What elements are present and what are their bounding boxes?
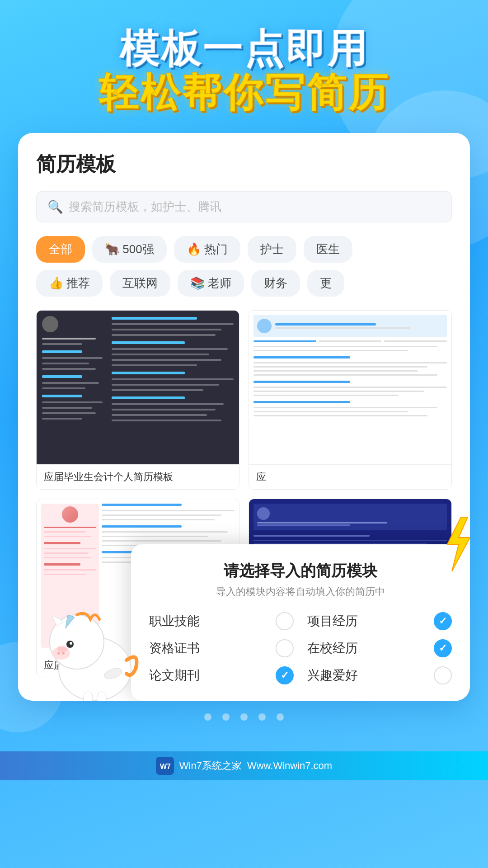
watermark-url: Www.Winwin7.com	[247, 760, 332, 772]
search-placeholder-text: 搜索简历模板，如护士、腾讯	[69, 199, 221, 215]
filter-tags-row2: 👍 推荐 互联网 📚 老师 财务 更	[36, 270, 452, 297]
module-label-hobby: 兴趣爱好	[307, 667, 358, 684]
module-checkbox-skills[interactable]	[276, 612, 294, 630]
template-name-1: 应届毕业生会计个人简历模板	[37, 464, 239, 489]
dot-2	[222, 713, 230, 721]
search-icon: 🔍	[47, 199, 63, 214]
lightning-icon	[438, 517, 470, 571]
module-label-school: 在校经历	[307, 640, 358, 657]
filter-tag-hot[interactable]: 🔥 热门	[174, 236, 240, 263]
module-checkbox-paper[interactable]	[276, 666, 294, 684]
card-title: 简历模板	[36, 151, 452, 178]
filter-tag-all[interactable]: 全部	[36, 236, 85, 263]
svg-text:W7: W7	[160, 763, 171, 770]
filter-tag-teacher[interactable]: 📚 老师	[178, 270, 244, 297]
svg-point-9	[62, 652, 65, 655]
dot-3	[240, 713, 248, 721]
svg-rect-12	[84, 692, 93, 701]
module-row-school: 在校经历	[307, 639, 452, 657]
filter-tag-internet[interactable]: 互联网	[110, 270, 170, 297]
module-select-dialog: 请选择导入的简历模块 导入的模块内容将自动填入你的简历中 职业技能 项目经历 资…	[131, 544, 470, 701]
watermark-logo: W7	[156, 757, 174, 775]
main-card: 简历模板 🔍 搜索简历模板，如护士、腾讯 全部 🐂 500强 🔥 热门 护士 医…	[18, 133, 470, 701]
svg-point-8	[57, 652, 60, 655]
filter-tag-more[interactable]: 更	[307, 270, 344, 297]
filter-tag-nurse[interactable]: 护士	[248, 236, 296, 263]
svg-marker-0	[447, 517, 470, 571]
module-row-paper: 论文期刊	[149, 666, 294, 684]
hero-title-line1: 模板一点即用	[18, 27, 470, 71]
svg-point-6	[70, 642, 72, 645]
module-checkbox-school[interactable]	[434, 639, 452, 657]
dot-4	[258, 713, 266, 721]
dialog-title: 请选择导入的简历模块	[149, 561, 452, 581]
hero-title-line2: 轻松帮你写简历	[18, 71, 470, 115]
unicorn-mascot	[32, 570, 158, 701]
filter-tag-finance[interactable]: 财务	[251, 270, 300, 297]
template-preview-1	[37, 311, 239, 464]
module-label-project: 项目经历	[307, 613, 358, 630]
filter-tag-500[interactable]: 🐂 500强	[92, 236, 167, 263]
module-checkbox-cert[interactable]	[276, 639, 294, 657]
template-name-2: 应	[249, 464, 451, 489]
module-row-cert: 资格证书	[149, 639, 294, 657]
template-card-1[interactable]: 应届毕业生会计个人简历模板	[36, 310, 239, 490]
module-row-skills: 职业技能	[149, 612, 294, 630]
search-bar[interactable]: 🔍 搜索简历模板，如护士、腾讯	[36, 191, 452, 222]
module-grid: 职业技能 项目经历 资格证书 在校经历 论文期刊	[149, 612, 452, 684]
template-card-2[interactable]: 应	[249, 310, 452, 490]
module-row-hobby: 兴趣爱好	[307, 666, 452, 684]
filter-tags-row1: 全部 🐂 500强 🔥 热门 护士 医生	[36, 236, 452, 263]
filter-tag-recommend[interactable]: 👍 推荐	[36, 270, 103, 297]
hero-title: 模板一点即用 轻松帮你写简历	[18, 27, 470, 115]
module-checkbox-hobby[interactable]	[434, 666, 452, 684]
dialog-subtitle: 导入的模块内容将自动填入你的简历中	[149, 585, 452, 599]
filter-tag-doctor[interactable]: 医生	[304, 236, 352, 263]
dot-5	[277, 713, 284, 721]
watermark-bar: W7 Win7系统之家 Www.Winwin7.com	[0, 751, 488, 780]
module-checkbox-project[interactable]	[434, 612, 452, 630]
template-preview-2	[249, 311, 451, 464]
svg-rect-13	[97, 692, 106, 701]
svg-point-11	[57, 646, 68, 652]
module-row-project: 项目经历	[307, 612, 452, 630]
dots-decoration	[18, 701, 470, 733]
watermark-text: Win7系统之家	[179, 759, 242, 773]
dot-1	[204, 713, 211, 721]
